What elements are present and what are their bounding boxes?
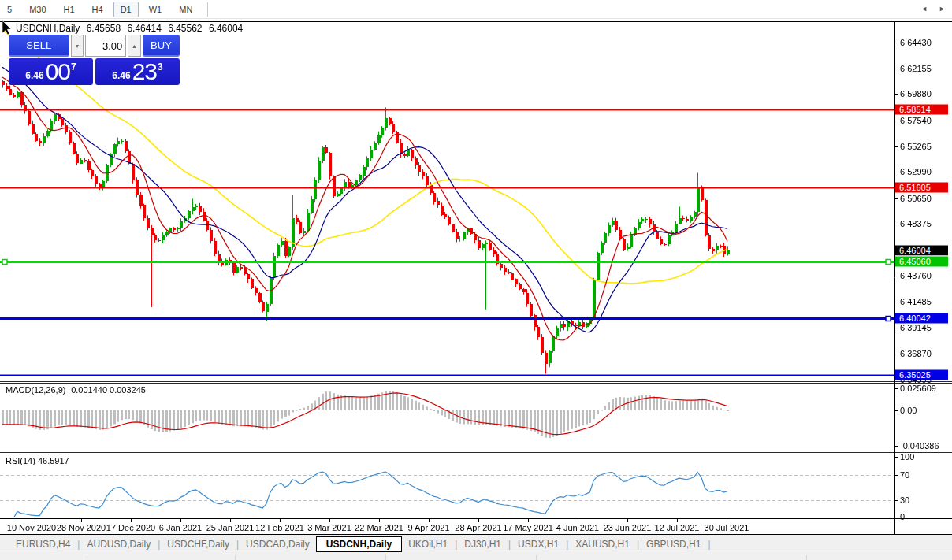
timeframe-button-h4[interactable]: H4 [85, 2, 110, 17]
macd-axis-label: 0.00 [900, 406, 917, 415]
price-tick-label: 6.43760 [900, 272, 932, 280]
date-tick-label: 6 Jan 2021 [159, 523, 202, 532]
date-tick-label: 3 Mar 2021 [307, 523, 351, 532]
date-tick-label: 17 Dec 2020 [106, 523, 155, 532]
bid-price-pip: 7 [71, 61, 76, 72]
date-tick-label: 12 Feb 2021 [255, 523, 304, 532]
status-bar-divider [235, 555, 236, 560]
tab-separator: | [708, 539, 710, 550]
symbol-tab-bar: EURUSD,H4|AUDUSD,Daily|USDCHF,Daily|USDC… [0, 535, 952, 554]
rsi-axis-label: 30 [900, 496, 909, 505]
price-tick-label: 6.52990 [900, 168, 932, 176]
volume-input[interactable] [85, 35, 126, 57]
macd-axis-label: -0.040386 [900, 442, 939, 451]
tab-separator: | [455, 539, 457, 550]
symbol-tab-usdchf[interactable]: USDCHF,Daily [164, 537, 232, 551]
timeframe-button-m30[interactable]: M30 [22, 2, 53, 17]
price-tick-label: 6.48375 [900, 220, 932, 228]
rsi-axis-label: 70 [900, 471, 909, 480]
symbol-tab-usdx[interactable]: USDX,H1 [515, 537, 562, 551]
volume-decrease-button[interactable]: ▼ [71, 35, 84, 57]
tab-separator: | [77, 539, 80, 550]
chart-title: USDCNH,Daily 6.45658 6.46414 6.45562 6.4… [16, 23, 247, 34]
price-tick-label: 6.41485 [900, 297, 932, 306]
date-tick-label: 30 Jul 2021 [705, 523, 749, 532]
chevron-up-icon: ▲ [132, 43, 137, 49]
chart-high-value: 6.46414 [127, 23, 161, 34]
date-tick-label: 9 Apr 2021 [407, 523, 449, 532]
tab-scroll-arrows: ◄ ► [920, 5, 946, 13]
symbol-tab-gbpusd[interactable]: GBPUSD,H1 [643, 537, 704, 551]
macd-axis-label: 0.025609 [900, 384, 936, 393]
ask-price-display[interactable]: 6.46 23 3 [95, 58, 180, 85]
ask-price-big: 23 [132, 60, 157, 83]
date-tick-label: 4 Jun 2021 [556, 523, 599, 532]
symbol-tab-usdcnh[interactable]: USDCNH,Daily [316, 536, 402, 552]
timeframe-button-mn[interactable]: MN [172, 2, 199, 17]
sell-button[interactable]: SELL [9, 35, 69, 57]
symbol-tab-usdcad[interactable]: USDCAD,Daily [243, 537, 313, 551]
tab-separator: | [158, 539, 160, 550]
status-bar-divider [87, 555, 87, 560]
buy-button[interactable]: BUY [143, 35, 180, 57]
chart-symbol-label: USDCNH,Daily [16, 23, 80, 34]
bid-price-base: 6.46 [25, 68, 43, 83]
mt4-chart-window: 5M30H1H4D1W1MN USDCNH,Daily 6.45658 6.46… [0, 0, 952, 560]
ask-price-base: 6.46 [112, 68, 130, 83]
level-price-badge: 6.40042 [895, 313, 948, 323]
chart-low-value: 6.45562 [168, 23, 202, 34]
volume-increase-button[interactable]: ▲ [128, 35, 141, 57]
status-bar-divider [385, 555, 386, 560]
timeframe-button-h1[interactable]: H1 [57, 2, 82, 17]
chevron-down-icon: ▼ [74, 43, 80, 49]
tab-scroll-left-icon[interactable]: ◄ [920, 5, 928, 13]
price-tick-label: 6.59880 [900, 90, 932, 98]
price-tick-label: 6.57540 [900, 116, 932, 124]
price-tick-label: 6.62155 [900, 64, 932, 72]
status-bar-divider [536, 555, 537, 560]
price-tick-label: 6.39145 [900, 324, 932, 332]
timeframe-button-5[interactable]: 5 [0, 2, 19, 17]
symbol-tab-eurusd[interactable]: EURUSD,H4 [13, 537, 73, 551]
tab-separator: | [236, 539, 239, 550]
tab-separator: | [566, 539, 568, 550]
ask-price-pip: 3 [158, 61, 163, 72]
timeframe-button-w1[interactable]: W1 [142, 2, 169, 17]
tab-separator: | [508, 539, 511, 550]
status-bar [0, 554, 952, 560]
symbol-tab-audusd[interactable]: AUDUSD,Daily [84, 537, 154, 551]
chart-close-value: 6.46004 [209, 23, 243, 34]
status-bar-divider [806, 555, 807, 560]
date-tick-label: 28 Apr 2021 [455, 523, 501, 532]
date-tick-label: 23 Jun 2021 [604, 523, 652, 532]
bid-price-display[interactable]: 6.46 00 7 [9, 58, 93, 85]
tab-separator: | [637, 539, 639, 550]
price-tick-label: 6.55265 [900, 142, 932, 150]
level-price-badge: 6.51605 [895, 182, 948, 192]
timeframe-toolbar: 5M30H1H4D1W1MN [0, 0, 952, 19]
date-tick-label: 17 May 2021 [503, 523, 553, 532]
symbol-tab-ukoil[interactable]: UKOil,H1 [405, 537, 451, 551]
date-tick-label: 12 Jul 2021 [655, 523, 700, 532]
rsi-pane-label: RSI(14) 46.5917 [6, 456, 69, 465]
macd-pane-label: MACD(12,26,9) -0.001440 0.003245 [6, 385, 146, 395]
bid-price-big: 00 [46, 60, 70, 83]
price-tick-label: 6.36870 [900, 350, 932, 358]
symbol-tab-xauusd[interactable]: XAUUSD,H1 [572, 537, 633, 551]
price-tick-label: 6.50650 [900, 194, 932, 202]
level-price-badge: 6.45060 [895, 256, 948, 266]
current-price-badge: 6.46004 [895, 246, 948, 256]
rsi-axis-label: 0 [900, 513, 905, 521]
toolbar-separator [207, 2, 208, 17]
rsi-axis-label: 100 [900, 453, 914, 462]
tab-scroll-right-icon[interactable]: ► [939, 5, 946, 13]
one-click-trading-panel: SELL ▼ ▲ BUY 6.46 00 7 6.46 23 3 [9, 35, 180, 85]
level-price-badge: 6.35025 [895, 369, 948, 380]
level-price-badge: 6.58514 [895, 105, 948, 115]
symbol-tab-dj30[interactable]: DJ30,H1 [461, 537, 504, 551]
date-tick-label: 25 Jan 2021 [206, 523, 255, 532]
timeframe-button-d1[interactable]: D1 [113, 2, 139, 17]
date-tick-label: 22 Mar 2021 [355, 523, 403, 532]
price-tick-label: 6.64430 [900, 39, 932, 47]
mouse-cursor-icon [2, 20, 13, 36]
